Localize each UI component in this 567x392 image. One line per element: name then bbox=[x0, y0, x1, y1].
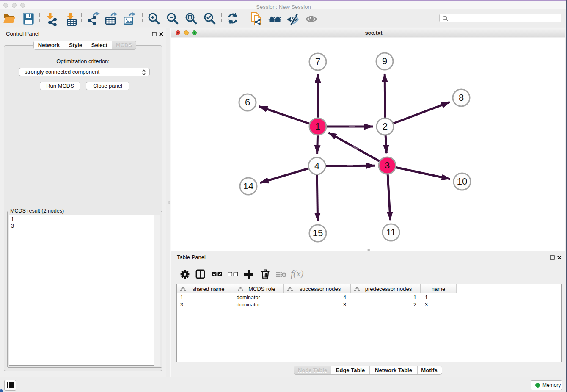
svg-text:7: 7 bbox=[315, 56, 320, 67]
svg-text:3: 3 bbox=[385, 160, 390, 171]
svg-text:6: 6 bbox=[245, 97, 250, 108]
svg-text:8: 8 bbox=[459, 92, 464, 103]
svg-text:15: 15 bbox=[313, 228, 323, 238]
svg-text:11: 11 bbox=[386, 227, 396, 237]
svg-text:10: 10 bbox=[457, 176, 467, 187]
svg-text:9: 9 bbox=[382, 56, 387, 66]
svg-text:4: 4 bbox=[314, 160, 319, 171]
svg-text:1: 1 bbox=[315, 121, 320, 132]
svg-text:14: 14 bbox=[243, 181, 253, 191]
svg-text:2: 2 bbox=[383, 121, 388, 132]
